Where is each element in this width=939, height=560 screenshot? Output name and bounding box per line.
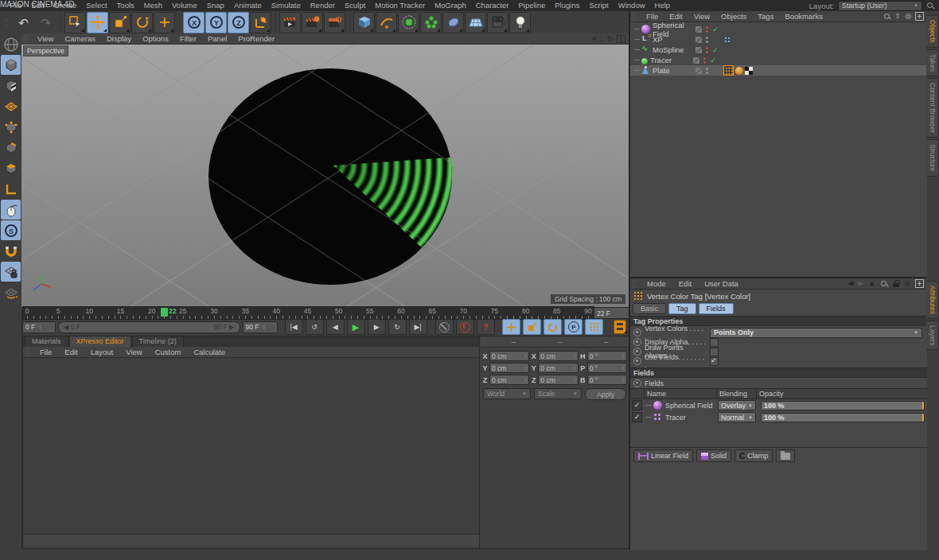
- tab-tag[interactable]: Tag: [668, 303, 696, 314]
- add-light-button[interactable]: [509, 12, 531, 33]
- menu-item[interactable]: Select: [81, 0, 111, 11]
- xpresso-menu-item[interactable]: Edit: [58, 347, 84, 357]
- linear-field-button[interactable]: Linear Field: [633, 449, 693, 462]
- menu-item[interactable]: Help: [650, 0, 676, 11]
- redo-button[interactable]: ↷: [35, 12, 56, 33]
- enable-toggle[interactable]: ✓: [708, 56, 718, 64]
- layer-chip[interactable]: [695, 26, 702, 33]
- use-fields-checkbox[interactable]: [710, 357, 719, 366]
- menu-item[interactable]: Volume: [167, 0, 202, 11]
- layer-manager-button[interactable]: [911, 450, 922, 461]
- menu-item[interactable]: Sculpt: [340, 0, 370, 11]
- field-enable-checkbox[interactable]: ✓: [632, 412, 642, 422]
- history-forward-icon[interactable]: ▶: [858, 280, 863, 287]
- tab-takes[interactable]: Takes: [926, 49, 939, 76]
- blending-dropdown[interactable]: Overlay▼: [718, 400, 756, 410]
- menu-item[interactable]: Motion Tracker: [370, 0, 430, 11]
- solid-button[interactable]: Solid: [696, 449, 731, 462]
- visibility-dots[interactable]: [703, 57, 706, 64]
- layer-chip[interactable]: [693, 57, 699, 64]
- object-name[interactable]: Plate: [653, 66, 694, 75]
- add-subdivision-surface-button[interactable]: [398, 12, 419, 33]
- record-rotation-toggle[interactable]: [544, 319, 562, 335]
- scale-tool-button[interactable]: [109, 12, 131, 33]
- display-alpha-checkbox[interactable]: [710, 338, 719, 347]
- render-settings-button[interactable]: [324, 12, 345, 33]
- menu-item[interactable]: Snap: [202, 0, 229, 11]
- rotation-p-field[interactable]: 0 °↕: [587, 363, 627, 373]
- opacity-slider[interactable]: 100 %: [761, 401, 925, 410]
- add-cube-button[interactable]: [353, 12, 375, 33]
- viewport-menu-item[interactable]: Panel: [202, 33, 232, 44]
- last-tool-button[interactable]: [154, 12, 175, 33]
- field-row[interactable]: ✓Spherical FieldOverlay▼100 %: [630, 399, 927, 411]
- tab-content-browser[interactable]: Content Browser: [926, 78, 939, 138]
- attribute-manager-grip[interactable]: [632, 279, 637, 288]
- space-dropdown[interactable]: World▼: [483, 388, 531, 399]
- pan-view-icon[interactable]: +: [592, 35, 597, 43]
- visibility-dots[interactable]: [706, 68, 708, 74]
- preview-max-field[interactable]: 90 F↕: [243, 321, 278, 333]
- lock-workplane-button[interactable]: [1, 262, 21, 282]
- vertex-color-tag-icon[interactable]: [723, 65, 734, 76]
- xpresso-menu-item[interactable]: File: [33, 347, 58, 357]
- xpresso-canvas[interactable]: [24, 358, 479, 532]
- field-name[interactable]: Spherical Field: [665, 402, 718, 410]
- coordinate-system-button[interactable]: [250, 12, 271, 33]
- coordinates-grip[interactable]: [481, 337, 487, 346]
- model-mode-button[interactable]: [1, 55, 21, 75]
- tab-materials[interactable]: Materials: [25, 336, 68, 347]
- camera-label[interactable]: Perspective: [23, 45, 68, 56]
- render-picture-viewer-button[interactable]: [302, 12, 323, 33]
- viewport-menu-item[interactable]: Filter: [174, 33, 202, 44]
- om-menu-item[interactable]: Objects: [715, 11, 752, 21]
- layer-chip[interactable]: [695, 47, 702, 53]
- tab-attributes[interactable]: Attributes: [926, 281, 939, 319]
- menu-item[interactable]: Tools: [112, 0, 139, 11]
- rotation-h-field[interactable]: 0 °↕: [587, 351, 627, 361]
- am-menu-item[interactable]: Mode: [641, 278, 672, 289]
- next-frame-button[interactable]: ▶: [368, 319, 386, 335]
- rotate-view-icon[interactable]: ↻: [607, 35, 614, 43]
- blending-dropdown[interactable]: Normal▼: [718, 412, 756, 422]
- object-name[interactable]: MoSpline: [653, 45, 694, 54]
- menu-item[interactable]: Pipeline: [513, 0, 550, 11]
- live-selection-button[interactable]: [64, 12, 86, 33]
- size-x-field[interactable]: 0 cm↕: [538, 351, 578, 361]
- visibility-dots[interactable]: [706, 26, 708, 33]
- om-menu-item[interactable]: Tags: [752, 11, 779, 21]
- object-manager-grip[interactable]: [632, 12, 637, 21]
- column-opacity[interactable]: Opacity: [757, 390, 927, 398]
- record-position-toggle[interactable]: [502, 319, 520, 335]
- size-z-field[interactable]: 0 cm↕: [538, 375, 578, 385]
- viewport-canvas[interactable]: Perspective Grid Spacing : 100 cm: [21, 45, 629, 307]
- xpresso-menu-item[interactable]: Layout: [84, 347, 120, 357]
- lock-icon[interactable]: [893, 280, 899, 287]
- texture-mode-button[interactable]: [1, 76, 21, 95]
- menu-item[interactable]: Simulate: [267, 0, 306, 11]
- object-row[interactable]: XP: [630, 34, 927, 45]
- transform-dropdown[interactable]: Scale▼: [534, 388, 582, 399]
- track-icon[interactable]: ◎: [904, 280, 910, 287]
- object-row[interactable]: Plate: [630, 65, 927, 76]
- add-field-button[interactable]: [442, 12, 464, 33]
- tag-area[interactable]: [723, 36, 731, 44]
- viewport-menu-item[interactable]: ProRender: [232, 33, 280, 44]
- play-backward-button[interactable]: ↺: [306, 319, 324, 335]
- phong-tag-icon[interactable]: [735, 67, 743, 75]
- opacity-slider[interactable]: 100 %: [761, 413, 925, 422]
- search-icon[interactable]: [883, 13, 891, 21]
- xpresso-tag-icon[interactable]: [723, 36, 731, 44]
- am-menu-item[interactable]: User Data: [698, 278, 745, 289]
- menu-item[interactable]: Render: [306, 0, 340, 11]
- previous-frame-button[interactable]: ◀: [326, 319, 345, 335]
- object-name[interactable]: XP: [653, 35, 694, 44]
- viewport-menu-item[interactable]: View: [32, 33, 59, 44]
- menu-item[interactable]: Window: [614, 0, 650, 11]
- preview-range-slider[interactable]: ◀ 0 F 90 F ▶: [58, 321, 240, 333]
- add-panel-icon[interactable]: [915, 12, 924, 21]
- add-camera-button[interactable]: [487, 12, 508, 33]
- edges-mode-button[interactable]: [1, 138, 21, 158]
- tab-objects[interactable]: Objects: [926, 15, 939, 48]
- viewport-menu-item[interactable]: Display: [101, 33, 137, 44]
